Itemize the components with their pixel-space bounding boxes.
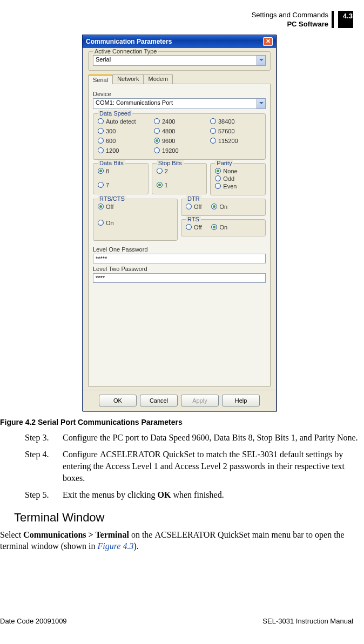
step-5-text: Exit the menus by clicking OK when finis… xyxy=(63,489,224,501)
radio-icon xyxy=(98,220,104,226)
apply-button[interactable]: Apply xyxy=(181,395,219,406)
chevron-down-icon[interactable] xyxy=(257,56,265,65)
device-label: Device xyxy=(93,91,266,97)
close-icon[interactable]: ✕ xyxy=(263,37,273,46)
radio-data-speed-9600[interactable]: 9600 xyxy=(154,138,205,144)
figure-4-3-link[interactable]: Figure 4.3 xyxy=(97,541,133,551)
tab-bar: Serial Network Modem xyxy=(88,74,271,84)
radio-icon xyxy=(211,204,217,209)
header-divider xyxy=(332,11,334,28)
radio-data-speed-19200[interactable]: 19200 xyxy=(154,147,205,154)
radio-icon xyxy=(154,147,160,153)
rtscts-group: RTS/CTS OffOn xyxy=(93,199,178,241)
header-title: Settings and Commands xyxy=(252,11,328,20)
radio-icon xyxy=(98,182,104,188)
level-two-password-label: Level Two Password xyxy=(93,266,266,272)
step-4-text: Configure ACSELERATOR QuickSet to match … xyxy=(63,449,359,484)
radio-icon xyxy=(154,138,160,144)
radio-data-bits-7[interactable]: 7 xyxy=(98,182,144,188)
dialog-button-bar: OK Cancel Apply Help xyxy=(83,390,276,411)
radio-data-speed-300[interactable]: 300 xyxy=(98,128,149,134)
serial-tab-panel: Device COM1: Communications Port Data Sp… xyxy=(88,84,271,387)
data-bits-title: Data Bits xyxy=(98,160,125,166)
radio-data-speed-38400[interactable]: 38400 xyxy=(210,118,261,125)
radio-stop-bits-1[interactable]: 1 xyxy=(157,182,203,188)
stop-bits-group: Stop Bits 21 xyxy=(152,163,207,194)
radio-icon xyxy=(98,118,104,124)
cancel-button[interactable]: Cancel xyxy=(140,395,178,406)
radio-icon xyxy=(215,175,221,181)
radio-icon xyxy=(215,168,221,174)
tab-serial[interactable]: Serial xyxy=(88,74,113,84)
radio-icon xyxy=(154,118,160,124)
radio-data-bits-8[interactable]: 8 xyxy=(98,168,144,174)
radio-stop-bits-2[interactable]: 2 xyxy=(157,168,203,174)
dialog-title: Communication Parameters xyxy=(86,38,172,45)
radio-rtscts-on[interactable]: On xyxy=(98,220,173,226)
step-5-label: Step 5. xyxy=(25,489,63,501)
radio-data-speed-4800[interactable]: 4800 xyxy=(154,128,205,134)
radio-icon xyxy=(215,183,221,189)
radio-dtr-on[interactable]: On xyxy=(211,204,227,210)
parity-group: Parity NoneOddEven xyxy=(210,163,266,195)
radio-data-speed-1200[interactable]: 1200 xyxy=(98,147,149,154)
radio-dtr-off[interactable]: Off xyxy=(186,204,201,210)
rts-title: RTS xyxy=(186,216,201,222)
page-header: Settings and Commands PC Software 4.3 xyxy=(0,11,353,29)
communication-parameters-dialog: Communication Parameters ✕ Active Connec… xyxy=(82,35,277,411)
radio-icon xyxy=(210,118,216,124)
level-one-password-input[interactable] xyxy=(93,254,266,263)
step-4-label: Step 4. xyxy=(25,449,63,484)
radio-icon xyxy=(98,147,104,153)
ok-button[interactable]: OK xyxy=(99,395,137,406)
radio-parity-none[interactable]: None xyxy=(215,168,261,174)
radio-icon xyxy=(186,224,192,230)
data-speed-title: Data Speed xyxy=(98,110,132,117)
radio-data-speed-auto-detect[interactable]: Auto detect xyxy=(98,118,149,125)
radio-icon xyxy=(98,128,104,134)
radio-data-speed-600[interactable]: 600 xyxy=(98,138,149,144)
step-3-text: Configure the PC port to Data Speed 9600… xyxy=(63,432,358,444)
tab-network[interactable]: Network xyxy=(112,74,144,84)
radio-parity-odd[interactable]: Odd xyxy=(215,175,261,182)
radio-icon xyxy=(157,182,163,188)
header-subtitle: PC Software xyxy=(252,20,328,29)
radio-icon xyxy=(210,128,216,134)
page-footer: Date Code 20091009 SEL-3031 Instruction … xyxy=(0,617,353,625)
dialog-titlebar[interactable]: Communication Parameters ✕ xyxy=(83,35,276,48)
help-button[interactable]: Help xyxy=(222,395,260,406)
rtscts-title: RTS/CTS xyxy=(98,195,126,202)
level-one-password-label: Level One Password xyxy=(93,246,266,253)
radio-icon xyxy=(98,168,104,174)
level-two-password-input[interactable] xyxy=(93,273,266,283)
device-select[interactable]: COM1: Communications Port xyxy=(93,98,266,109)
radio-data-speed-57600[interactable]: 57600 xyxy=(210,128,261,134)
radio-icon xyxy=(210,138,216,144)
radio-icon xyxy=(186,204,192,209)
step-3-label: Step 3. xyxy=(25,432,63,444)
radio-parity-even[interactable]: Even xyxy=(215,183,261,189)
radio-data-speed-115200[interactable]: 115200 xyxy=(210,138,261,144)
radio-rts-off[interactable]: Off xyxy=(186,224,201,231)
parity-title: Parity xyxy=(215,160,233,166)
dtr-group: DTR OffOn xyxy=(181,199,266,216)
active-connection-type-group: Active Connection Type Serial xyxy=(88,51,271,71)
tab-modem[interactable]: Modem xyxy=(143,74,173,84)
radio-icon xyxy=(157,168,163,174)
radio-rtscts-off[interactable]: Off xyxy=(98,204,173,210)
footer-date-code: Date Code 20091009 xyxy=(0,617,67,625)
section-heading-terminal-window: Terminal Window xyxy=(14,511,359,525)
connection-type-select[interactable]: Serial xyxy=(93,55,266,66)
dtr-title: DTR xyxy=(186,195,201,202)
radio-icon xyxy=(98,204,104,209)
footer-manual-title: SEL-3031 Instruction Manual xyxy=(262,617,353,625)
page-number: 4.3 xyxy=(338,11,353,28)
radio-data-speed-2400[interactable]: 2400 xyxy=(154,118,205,125)
radio-icon xyxy=(211,224,217,230)
radio-icon xyxy=(98,138,104,144)
figure-caption: Figure 4.2 Serial Port Communications Pa… xyxy=(0,418,359,426)
radio-rts-on[interactable]: On xyxy=(211,224,227,231)
stop-bits-title: Stop Bits xyxy=(157,160,184,166)
data-bits-group: Data Bits 87 xyxy=(93,163,149,194)
chevron-down-icon[interactable] xyxy=(257,99,265,109)
